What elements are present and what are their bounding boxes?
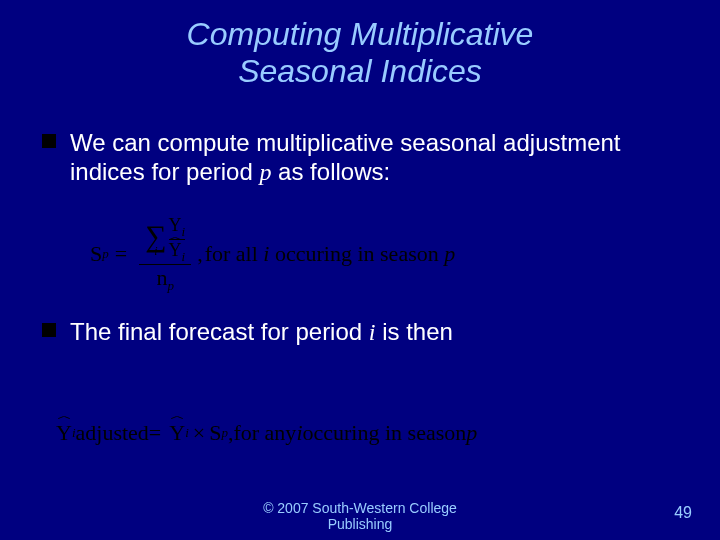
formula1-inner-bot: Yi xyxy=(169,241,186,263)
title-line-2: Seasonal Indices xyxy=(238,53,482,89)
formula2-tail-mid: occuring in season xyxy=(303,420,467,446)
formula2-S: S xyxy=(209,420,221,446)
formula1-S-sub: p xyxy=(102,246,109,262)
slide-title: Computing Multiplicative Seasonal Indice… xyxy=(0,0,720,90)
bullet-2: The final forecast for period i is then xyxy=(36,317,684,347)
formula1-Yi: i xyxy=(182,224,186,239)
bullet-1-post: as follows: xyxy=(271,158,390,185)
formula-seasonal-index: Sp = ∑ i Yi Yi xyxy=(90,216,455,293)
formula1-S: S xyxy=(90,241,102,267)
formula2-tail-pre: for any xyxy=(233,420,296,446)
sigma-icon: ∑ xyxy=(145,224,166,248)
formula2-times: × xyxy=(193,420,205,446)
bullet-marker-icon xyxy=(42,323,56,337)
bullet-1-text: We can compute multiplicative seasonal a… xyxy=(70,128,684,188)
hat-icon xyxy=(171,414,183,420)
formula1-equals: = xyxy=(115,241,127,267)
slide: Computing Multiplicative Seasonal Indice… xyxy=(0,0,720,540)
bullet-2-text: The final forecast for period i is then xyxy=(70,317,453,347)
bullet-2-var: i xyxy=(369,319,376,345)
bullet-1: We can compute multiplicative seasonal a… xyxy=(36,128,684,188)
page-number: 49 xyxy=(674,504,692,522)
formula1-inner-fraction: Yi Yi xyxy=(169,216,186,262)
formula1-tail-p: p xyxy=(444,241,455,266)
footer-line-1: © 2007 South-Western College xyxy=(263,500,457,516)
formula1-tail-pre: for all xyxy=(205,241,264,266)
footer-copyright: © 2007 South-Western College Publishing xyxy=(0,500,720,532)
formula1-numerator: ∑ i Yi Yi xyxy=(139,216,191,262)
formula1-lhs: Sp xyxy=(90,241,109,267)
bullet-2-pre: The final forecast for period xyxy=(70,318,369,345)
formula2-tail-p: p xyxy=(466,420,477,446)
hat-icon xyxy=(169,235,181,241)
formula2-equals: = xyxy=(149,420,161,446)
bullet-marker-icon xyxy=(42,134,56,148)
formula2-Yhat: Y xyxy=(56,420,72,445)
bullet-1-var: p xyxy=(259,159,271,185)
formula1-Yhat-sub: i xyxy=(182,248,186,263)
formula2-adjusted: adjusted xyxy=(76,420,149,446)
formula1-fraction: ∑ i Yi Yi np xyxy=(139,216,191,293)
hat-icon xyxy=(58,414,70,420)
formula1-comma: , xyxy=(197,241,203,267)
formula1-denominator: np xyxy=(150,267,180,292)
bullet-2-post: is then xyxy=(376,318,453,345)
formula1-n: n xyxy=(156,265,167,290)
title-line-1: Computing Multiplicative xyxy=(187,16,534,52)
footer-line-2: Publishing xyxy=(328,516,393,532)
formula2-Yhat2-sub: i xyxy=(185,425,189,441)
formula1-tail-mid: occuring in season xyxy=(269,241,444,266)
formula1-Y: Y xyxy=(169,215,182,235)
formula1-tail: for all i occuring in season p xyxy=(205,241,456,267)
formula1-Yhat: Y xyxy=(169,240,182,260)
formula2-Yhat2: Y xyxy=(169,420,185,445)
formula1-n-sub: p xyxy=(167,279,174,294)
formula-final-forecast: Yi adjusted = Yi × Sp , for any i occuri… xyxy=(56,420,477,446)
